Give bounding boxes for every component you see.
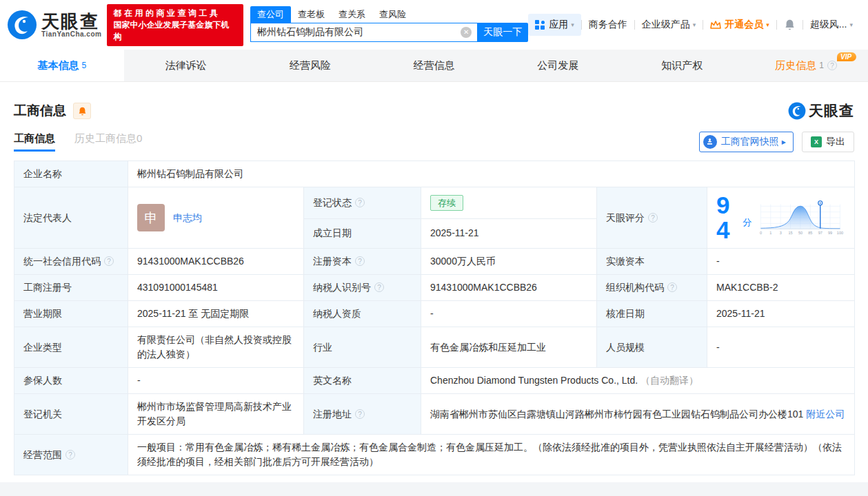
subscribe-alert-button[interactable] [73, 103, 91, 119]
tianyancha-logo[interactable]: 天眼查 TianYanCha.com [7, 10, 101, 40]
tab-company-development[interactable]: 公司发展 [496, 50, 620, 81]
vip-badge: VIP [837, 52, 856, 61]
chevron-down-icon: ▾ [849, 21, 853, 28]
tab-intellectual-property[interactable]: 知识产权 [620, 50, 744, 81]
business-term-value: 2025-11-21 至 无固定期限 [128, 301, 304, 327]
nav-apps[interactable]: 应用 ▾ [528, 14, 581, 36]
tab-operation-risk[interactable]: 经营风险 [248, 50, 372, 81]
tab-label: 历史信息 [775, 59, 816, 72]
help-icon[interactable]: ? [355, 256, 365, 266]
help-icon[interactable]: ? [355, 409, 365, 419]
nav-apps-label: 应用 [549, 19, 568, 31]
avatar[interactable]: 申 [137, 204, 165, 231]
logo-domain: TianYanCha.com [41, 30, 101, 38]
nav-cooperation-label: 商务合作 [589, 19, 627, 31]
credit-code-value: 91431000MAK1CCBB26 [128, 249, 304, 275]
svg-text:97: 97 [818, 231, 822, 235]
table-row: 登记机关 郴州市市场监督管理局高新技术产业开发区分局 注册地址? 湖南省郴州市苏… [14, 394, 855, 435]
score-unit: 分 [743, 215, 751, 229]
search-tabs: 查公司 查老板 查关系 查风险 [250, 8, 528, 23]
help-icon[interactable]: ? [355, 198, 365, 207]
export-button[interactable]: X 导出 [802, 132, 854, 152]
tab-label: 经营风险 [290, 59, 331, 72]
help-icon[interactable]: ? [65, 450, 75, 459]
logo-title: 天眼查 [41, 12, 101, 30]
chevron-down-icon: ▾ [766, 21, 769, 28]
tab-label: 知识产权 [661, 59, 703, 72]
english-name-value: Chenzhou Diamond Tungsten Products Co., … [421, 368, 855, 394]
alert-bell-icon [78, 106, 87, 116]
slogan-badge: 都在用的商业查询工具 国家中小企业发展子基金旗下机构 [107, 4, 243, 46]
nav-super-risk[interactable]: 超级风... ▾ [803, 19, 860, 31]
tab-label: 公司发展 [537, 59, 578, 72]
nav-open-vip-label: 开通会员 [725, 19, 763, 31]
watermark-logo: 天眼查 [788, 101, 854, 121]
staff-size-value: - [707, 327, 855, 368]
tab-label: 法律诉讼 [165, 59, 207, 72]
tab-history-info[interactable]: VIP 历史信息 1 ? [744, 50, 868, 81]
field-label: 企业类型 [14, 327, 128, 368]
official-snapshot-button[interactable]: 工商官网快照 ▶ [699, 132, 794, 152]
field-label: 经营范围? [14, 435, 128, 475]
watermark-logo-text: 天眼查 [809, 101, 854, 121]
field-label: 天眼评分? [597, 187, 707, 249]
help-icon[interactable]: ? [648, 213, 658, 223]
reg-address-value: 湖南省郴州市苏仙区白露塘镇山河路郴州市柿竹园有色工业园钻石钨制品公司办公楼101… [421, 394, 855, 435]
search-input[interactable] [250, 23, 477, 42]
table-row: 企业类型 有限责任公司（非自然人投资或控股的法人独资） 行业 有色金属冶炼和压延… [14, 327, 855, 368]
subtab-business-info[interactable]: 工商信息 [14, 132, 55, 152]
nearby-companies-link[interactable]: 附近公司 [806, 409, 845, 420]
bell-icon [784, 19, 796, 31]
table-row: 企业名称 郴州钻石钨制品有限公司 [14, 161, 855, 187]
search-tab-relation[interactable]: 查关系 [332, 6, 372, 23]
org-code-value: MAK1CCBB-2 [707, 275, 855, 301]
insured-count-value: - [128, 368, 304, 394]
search-tab-boss[interactable]: 查老板 [291, 6, 332, 23]
crown-icon [710, 20, 721, 30]
reg-capital-value: 30000万人民币 [421, 249, 597, 275]
help-icon[interactable]: ? [827, 61, 837, 70]
stamp-icon [703, 135, 717, 149]
page-bottom-strip [0, 482, 868, 496]
subtab-history-business-info[interactable]: 历史工商信息0 [74, 132, 142, 152]
table-row: 统一社会信用代码? 91431000MAK1CCBB26 注册资本? 30000… [14, 249, 855, 275]
legal-rep-link[interactable]: 申志均 [173, 211, 202, 225]
business-scope-value: 一般项目：常用有色金属冶炼；稀有稀土金属冶炼；有色金属合金制造；有色金属压延加工… [128, 435, 855, 475]
nav-super-risk-label: 超级风... [810, 19, 847, 31]
establish-date-value: 2025-11-21 [421, 218, 597, 248]
nav-enterprise-label: 企业级产品 [642, 19, 690, 31]
search-area: 查公司 查老板 查关系 查风险 ✕ 天眼一下 [250, 8, 528, 42]
tab-legal-litigation[interactable]: 法律诉讼 [124, 50, 248, 81]
legal-rep-cell: 申 申志均 [128, 187, 304, 249]
nav-notifications[interactable] [777, 19, 803, 31]
nav-open-vip[interactable]: 开通会员 ▾ [703, 19, 776, 31]
table-row: 工商注册号 431091000145481 纳税人识别号? 91431000MA… [14, 275, 855, 301]
tab-operation-info[interactable]: 经营信息 [372, 50, 496, 81]
company-name-value: 郴州钻石钨制品有限公司 [128, 161, 855, 187]
paid-capital-value: - [707, 249, 855, 275]
tab-basic-info[interactable]: 基本信息 5 [0, 50, 124, 81]
help-icon[interactable]: ? [667, 282, 677, 292]
search-tab-company[interactable]: 查公司 [250, 6, 291, 23]
table-row: 经营范围? 一般项目：常用有色金属冶炼；稀有稀土金属冶炼；有色金属合金制造；有色… [14, 435, 855, 475]
field-label: 工商注册号 [14, 275, 128, 301]
company-tabbar: 基本信息 5 法律诉讼 经营风险 经营信息 公司发展 知识产权 VIP 历史信息… [0, 50, 868, 82]
svg-text:99: 99 [828, 231, 832, 235]
field-label: 登记状态? [304, 187, 421, 219]
field-label: 注册资本? [304, 249, 421, 275]
reg-number-value: 431091000145481 [128, 275, 304, 301]
search-tab-risk[interactable]: 查风险 [372, 6, 413, 23]
section-title: 工商信息 [14, 102, 66, 120]
score-distribution-chart: 0 1 3 15 50 85 97 99 100 [756, 198, 845, 238]
nav-cooperation[interactable]: 商务合作 [582, 19, 634, 31]
company-type-value: 有限责任公司（非自然人投资或控股的法人独资） [128, 327, 304, 368]
apps-grid-icon [535, 20, 545, 30]
slogan-line-2: 国家中小企业发展子基金旗下机构 [113, 19, 237, 43]
help-icon[interactable]: ? [104, 256, 114, 266]
field-label: 人员规模 [597, 327, 707, 368]
help-icon[interactable]: ? [374, 282, 384, 292]
svg-text:1: 1 [769, 231, 771, 235]
search-button[interactable]: 天眼一下 [477, 23, 528, 42]
nav-enterprise-products[interactable]: 企业级产品 ▾ [635, 19, 703, 31]
official-snapshot-label: 工商官网快照 [721, 136, 779, 148]
